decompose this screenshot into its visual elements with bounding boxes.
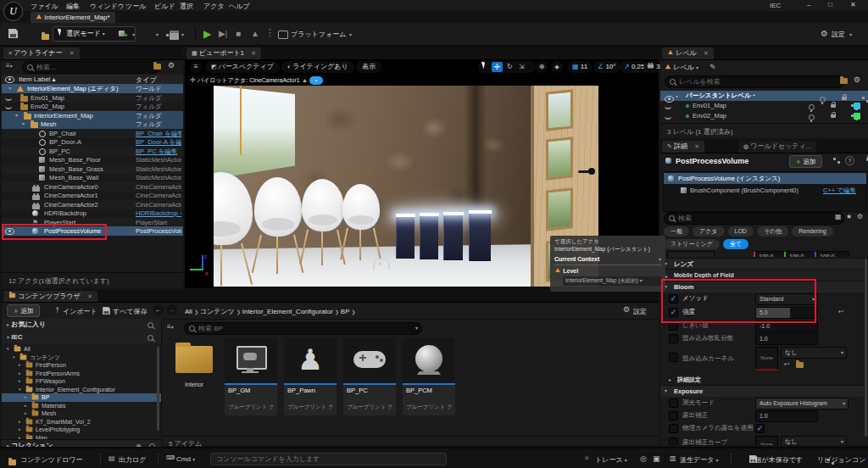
pc-monolith[interactable]: [443, 214, 463, 260]
menu-file[interactable]: ファイル: [31, 2, 58, 11]
asset-tile-bp-pcm[interactable]: BP_PCM ブループリント ク...: [403, 337, 455, 415]
render-scene[interactable]: [214, 86, 598, 287]
move-tool-icon[interactable]: ✛: [492, 62, 503, 72]
save-icon[interactable]: [8, 29, 18, 38]
outliner-settings-icon[interactable]: ⚙: [168, 61, 175, 70]
insights-icon[interactable]: ◎: [640, 454, 647, 463]
asset-folder-interior[interactable]: Interior: [170, 341, 218, 412]
tree-row[interactable]: ▸ LevelPrototyping: [2, 426, 161, 434]
settings-caret-icon[interactable]: ▾: [849, 31, 852, 37]
hidden-eye-icon[interactable]: [5, 96, 12, 101]
tree-row-clipped[interactable]: ▸ Map: [2, 434, 161, 439]
cb-search-input[interactable]: 検索 BP ▾: [184, 322, 422, 335]
chip-lod[interactable]: LOD: [728, 226, 754, 237]
forward-icon[interactable]: →: [166, 304, 177, 315]
levels-edit-icon[interactable]: ✎: [709, 63, 716, 71]
intensity-checkbox[interactable]: [669, 308, 678, 317]
content-browser-tab[interactable]: コンテンツブラウザ ✕: [3, 291, 97, 302]
trace-dropdown[interactable]: トレース ▾: [595, 455, 627, 465]
expander-icon[interactable]: ▾: [22, 120, 25, 129]
metering-dropdown[interactable]: Auto Exposure Histogram▾: [755, 398, 849, 410]
tree-row[interactable]: ▸ FirstPersonArms: [2, 370, 161, 378]
threshold-value[interactable]: -1.0: [755, 320, 818, 332]
menu-tools[interactable]: ツール: [125, 2, 146, 11]
outliner-tab[interactable]: ≡ アウトライナー ✕: [3, 47, 80, 59]
crumb-project-folder[interactable]: Interior_Element_Configurator: [242, 308, 333, 315]
row-edit-link[interactable]: BP_PC を編集: [136, 147, 181, 156]
cb-search-caret-icon[interactable]: ▾: [415, 323, 418, 334]
levels-tab[interactable]: レベル ✕: [662, 47, 714, 59]
cinematics-icon[interactable]: [170, 31, 179, 40]
hidden-eye-icon[interactable]: [665, 104, 671, 109]
lighting-icon[interactable]: [809, 104, 815, 110]
tree-row-all[interactable]: ▾ All: [2, 345, 161, 354]
chip-general[interactable]: 一般: [664, 226, 689, 237]
minimize-button[interactable]: –: [807, 1, 810, 8]
stop-icon[interactable]: ■: [236, 29, 241, 38]
tree-row-content[interactable]: ▾ コンテンツ: [2, 354, 161, 362]
crumb-bp[interactable]: BP: [341, 308, 350, 315]
chip-actor[interactable]: アクタ: [693, 226, 725, 237]
curve-thumbnail[interactable]: None: [755, 436, 778, 445]
rotate-tool-icon[interactable]: ↻: [507, 61, 513, 73]
import-button[interactable]: インポート: [63, 307, 97, 316]
outliner-search-input[interactable]: 検索...: [22, 61, 160, 74]
platform-caret-icon[interactable]: ▾: [349, 31, 352, 37]
visible-eye-icon[interactable]: [5, 228, 14, 235]
screenshot-icon[interactable]: ▣: [653, 454, 660, 463]
details-display-icon[interactable]: ▦: [835, 213, 842, 220]
world-space-icon[interactable]: ⊕: [536, 61, 548, 73]
derived-data-dropdown[interactable]: 派生データ ▾: [680, 455, 719, 465]
section-advanced[interactable]: ▸ 詳細設定: [660, 374, 864, 385]
outliner-new-folder-icon[interactable]: [153, 64, 161, 70]
cb-settings-label[interactable]: 設定: [633, 307, 647, 316]
play-icon[interactable]: ▶: [203, 28, 211, 40]
lock-icon[interactable]: [842, 97, 847, 100]
level-color-swatch[interactable]: [854, 103, 860, 109]
levels-settings-icon[interactable]: ⚙: [854, 75, 860, 84]
physical-value-checkbox[interactable]: [755, 424, 765, 433]
clipped-dropdown[interactable]: [667, 251, 715, 257]
save-all-button[interactable]: すべて保存: [113, 307, 147, 316]
kernel-checkbox[interactable]: [669, 353, 678, 362]
level-color-swatch[interactable]: [854, 113, 860, 120]
expander-icon[interactable]: ▾: [8, 84, 11, 93]
select-tool-icon[interactable]: [481, 61, 487, 70]
overlay-level-value[interactable]: InteriorElement_Map (永続的) ▾: [563, 276, 661, 286]
cb-close-icon[interactable]: ✕: [87, 293, 92, 299]
cpp-edit-link[interactable]: C++ で編集: [823, 185, 864, 196]
curve-dropdown[interactable]: なし▾: [781, 436, 847, 445]
row-edit-link[interactable]: BP_Chair を編集: [136, 129, 181, 138]
platform-icon[interactable]: [278, 31, 288, 39]
lighting-icon[interactable]: [809, 114, 815, 120]
level-row-persistent[interactable]: ▾ パーシスタントレベル・: [660, 91, 868, 101]
hidden-eye-icon[interactable]: [5, 104, 12, 109]
outliner-row[interactable]: BP_PC BP_PC を編集: [2, 147, 183, 156]
revision-control-dropdown[interactable]: リビジョンコントロール ▾: [817, 455, 868, 465]
cmd-dropdown[interactable]: Cmd ▾: [176, 455, 195, 463]
viewport-tab[interactable]: ▦ ビューポート1 ✕: [186, 47, 261, 59]
eject-icon[interactable]: ▲: [251, 29, 259, 38]
pilot-camera-toggle[interactable]: ▪: [309, 76, 323, 85]
exp-comp-checkbox[interactable]: [669, 411, 678, 421]
outliner-row[interactable]: Mesh_Base_Wall StaticMeshActor: [2, 173, 183, 182]
outliner-row-postprocessvolume[interactable]: PostProcessVolume PostProcessVolume: [2, 226, 183, 236]
outliner-close-icon[interactable]: ✕: [70, 50, 75, 56]
lock-icon[interactable]: [831, 114, 836, 118]
tree-row[interactable]: ▸ KT_SmartMat_Vol_2: [2, 418, 161, 426]
chip-all[interactable]: 全て: [723, 239, 748, 249]
asset-tile-bp-gm[interactable]: BP_GM ブループリント ク...: [225, 337, 277, 415]
tree-row[interactable]: ▸ Mesh: [2, 410, 161, 418]
hidden-eye-icon[interactable]: [665, 114, 671, 120]
outliner-row[interactable]: Env01_Map フォルダ: [2, 93, 183, 103]
details-close-icon[interactable]: ✕: [694, 143, 699, 149]
chair[interactable]: [254, 177, 309, 284]
row-edit-link[interactable]: BP_Door-A を編集: [136, 137, 181, 147]
outliner-row[interactable]: CineCameraActor2 CineCameraActor: [2, 200, 183, 209]
platform-label[interactable]: プラットフォーム: [291, 30, 346, 39]
chip-misc[interactable]: その他: [757, 226, 788, 237]
overlay-context-caret-icon[interactable]: ▾: [659, 256, 661, 262]
kernel-use-icon[interactable]: ↩: [784, 360, 790, 368]
viewport-menu-icon[interactable]: ≡: [190, 61, 202, 73]
search-icon[interactable]: [147, 335, 153, 341]
